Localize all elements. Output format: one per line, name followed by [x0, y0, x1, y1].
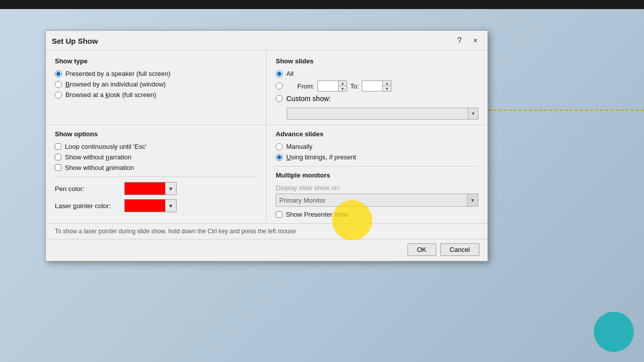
no-narration-label: Show without narration	[65, 153, 131, 161]
laser-color-swatch[interactable]	[125, 200, 165, 212]
laser-color-picker[interactable]: ▼	[124, 199, 177, 212]
show-options-checkbox-group: Loop continuously until 'Esc' Show witho…	[55, 143, 257, 171]
show-slides-section: Show slides All From: ▲ ▼	[267, 50, 488, 125]
close-button[interactable]: ×	[469, 35, 481, 47]
laser-color-label: Laser pointer color:	[55, 202, 120, 210]
multiple-monitors-title: Multiple monitors	[276, 171, 478, 179]
from-to-row: From: ▲ ▼ To: ▲	[297, 80, 391, 92]
cancel-button[interactable]: Cancel	[440, 243, 479, 256]
footer-note: To show a laser pointer during slide sho…	[55, 228, 296, 235]
teal-circle	[594, 312, 634, 352]
from-spin-up[interactable]: ▲	[339, 81, 347, 86]
show-options-section: Show options Loop continuously until 'Es…	[46, 125, 267, 223]
radio-kiosk-input[interactable]	[55, 92, 62, 99]
dashed-line	[478, 110, 644, 111]
dialog-footer: To show a laser pointer during slide sho…	[46, 223, 488, 239]
presenter-view-row: Show Presenter View	[276, 211, 478, 218]
radio-individual-label: Browsed by an individual (window)	[65, 80, 166, 88]
radio-all-input[interactable]	[276, 70, 283, 77]
pen-color-swatch[interactable]	[125, 183, 165, 195]
radio-manually-label: Manually	[286, 143, 312, 150]
checkbox-no-animation[interactable]: Show without animation	[55, 164, 257, 171]
show-type-section: Show type Presented by a speaker (full s…	[46, 50, 267, 125]
radio-kiosk-label: Browsed at a kiosk (full screen)	[65, 91, 156, 99]
dialog-title: Set Up Show	[52, 37, 98, 45]
radio-from[interactable]: From: ▲ ▼ To: ▲	[276, 80, 478, 92]
radio-custom-input[interactable]	[276, 95, 283, 102]
custom-show-dropdown-row: ▼	[287, 108, 478, 120]
to-spin-up[interactable]: ▲	[383, 81, 391, 86]
monitor-dropdown[interactable]: ▼	[276, 194, 478, 207]
pen-color-label: Pen color:	[55, 185, 120, 193]
radio-manually-input[interactable]	[276, 143, 283, 150]
custom-show-dropdown-btn[interactable]: ▼	[468, 108, 478, 119]
pen-color-dropdown-btn[interactable]: ▼	[165, 183, 176, 195]
custom-show-text[interactable]	[287, 108, 468, 119]
laser-color-dropdown-btn[interactable]: ▼	[165, 200, 176, 212]
pen-color-row: Pen color: ▼	[55, 182, 257, 195]
presenter-view-label: Show Presenter View	[286, 211, 348, 218]
to-spinner[interactable]: ▲ ▼	[362, 80, 391, 92]
radio-timings-label: Using timings, if present	[286, 153, 356, 161]
show-options-title: Show options	[55, 130, 257, 138]
to-spin-down[interactable]: ▼	[383, 86, 391, 91]
titlebar-controls: ? ×	[453, 35, 481, 47]
presenter-view-checkbox[interactable]	[276, 211, 282, 218]
checkbox-no-narration[interactable]: Show without narration	[55, 153, 257, 161]
radio-individual[interactable]: Browsed by an individual (window)	[55, 80, 257, 88]
sep1	[55, 176, 257, 177]
from-spin-down[interactable]: ▼	[339, 86, 347, 91]
radio-kiosk[interactable]: Browsed at a kiosk (full screen)	[55, 91, 257, 99]
show-type-title: Show type	[55, 57, 257, 65]
no-animation-checkbox[interactable]	[55, 164, 61, 171]
radio-all[interactable]: All	[276, 70, 478, 77]
from-spinner[interactable]: ▲ ▼	[317, 80, 347, 92]
loop-label: Loop continuously until 'Esc'	[65, 143, 147, 150]
help-button[interactable]: ?	[453, 35, 465, 47]
radio-presenter[interactable]: Presented by a speaker (full screen)	[55, 70, 257, 77]
custom-show-label: Custom show:	[286, 95, 331, 103]
loop-checkbox[interactable]	[55, 143, 61, 150]
radio-timings-input[interactable]	[276, 154, 283, 161]
checkbox-loop[interactable]: Loop continuously until 'Esc'	[55, 143, 257, 150]
advance-slides-title: Advance slides	[276, 130, 478, 138]
display-label: Display slide show on:	[276, 184, 478, 192]
radio-timings[interactable]: Using timings, if present	[276, 153, 478, 161]
monitor-dropdown-btn[interactable]: ▼	[467, 194, 478, 206]
show-slides-radio-group: All From: ▲ ▼ To:	[276, 70, 478, 120]
top-bar	[0, 0, 644, 9]
checkbox-presenter-view[interactable]: Show Presenter View	[276, 211, 478, 218]
sep2	[276, 166, 478, 166]
from-input[interactable]	[318, 81, 338, 91]
to-input[interactable]	[362, 81, 382, 91]
pen-color-picker[interactable]: ▼	[124, 182, 177, 195]
radio-from-input[interactable]	[276, 82, 283, 89]
no-narration-checkbox[interactable]	[55, 154, 61, 160]
radio-presenter-label: Presented by a speaker (full screen)	[65, 70, 171, 77]
radio-all-label: All	[286, 70, 293, 77]
dialog-buttons: OK Cancel	[46, 239, 488, 261]
advance-section: Advance slides Manually Using timings, i…	[267, 125, 488, 223]
radio-presenter-input[interactable]	[55, 70, 62, 77]
dialog-body: Show type Presented by a speaker (full s…	[46, 50, 488, 223]
radio-manually[interactable]: Manually	[276, 143, 478, 150]
custom-show-input[interactable]: ▼	[287, 108, 478, 120]
advance-slides-radio-group: Manually Using timings, if present	[276, 143, 478, 161]
laser-color-row: Laser pointer color: ▼	[55, 199, 257, 212]
setup-show-dialog: Set Up Show ? × Show type Presented by a…	[45, 30, 488, 261]
dialog-titlebar: Set Up Show ? ×	[46, 31, 488, 50]
no-animation-label: Show without animation	[65, 164, 134, 171]
monitor-input[interactable]	[276, 194, 467, 206]
radio-individual-input[interactable]	[55, 81, 62, 88]
ok-button[interactable]: OK	[408, 243, 436, 256]
custom-show-row: Custom show:	[276, 95, 478, 103]
show-type-radio-group: Presented by a speaker (full screen) Bro…	[55, 70, 257, 99]
to-spinner-btns: ▲ ▼	[382, 81, 391, 91]
from-label: From:	[297, 82, 314, 90]
from-spinner-btns: ▲ ▼	[338, 81, 347, 91]
to-label: To:	[350, 82, 359, 90]
show-slides-title: Show slides	[276, 57, 478, 65]
